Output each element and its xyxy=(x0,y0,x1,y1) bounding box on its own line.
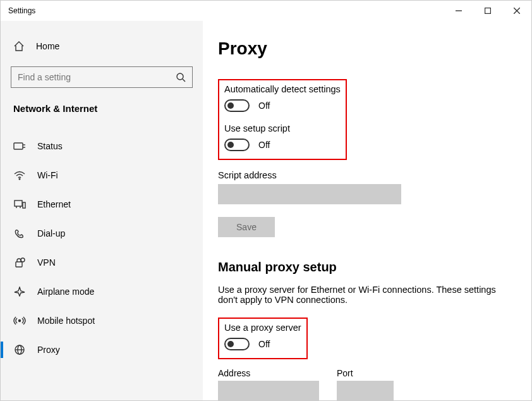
vpn-icon xyxy=(13,257,26,268)
sidebar-item-airplane[interactable]: Airplane mode xyxy=(11,277,193,306)
auto-detect-toggle[interactable] xyxy=(224,99,250,112)
script-address-input xyxy=(218,184,401,204)
sidebar-item-label: Airplane mode xyxy=(37,287,94,297)
window-controls xyxy=(444,1,531,21)
close-button[interactable] xyxy=(502,1,531,21)
home-label: Home xyxy=(36,41,59,51)
search-box[interactable] xyxy=(11,66,193,88)
svg-point-15 xyxy=(21,258,25,262)
use-proxy-label: Use a proxy server xyxy=(224,323,301,333)
svg-rect-1 xyxy=(485,8,491,14)
save-button: Save xyxy=(218,217,275,237)
svg-rect-6 xyxy=(14,143,23,149)
sidebar: Home Network & Internet Status Wi-Fi xyxy=(1,21,203,401)
sidebar-item-label: VPN xyxy=(37,257,56,268)
ethernet-icon xyxy=(13,199,26,209)
sidebar-item-label: Proxy xyxy=(37,345,60,355)
window-title: Settings xyxy=(8,6,35,15)
svg-rect-10 xyxy=(15,200,22,206)
port-input xyxy=(337,381,394,401)
sidebar-item-label: Status xyxy=(37,141,63,151)
highlight-auto-section: Automatically detect settings Off Use se… xyxy=(218,79,347,160)
maximize-icon xyxy=(485,8,491,14)
svg-rect-11 xyxy=(23,202,25,208)
use-proxy-toggle[interactable] xyxy=(224,338,250,350)
dialup-icon xyxy=(13,228,26,238)
titlebar: Settings xyxy=(1,1,531,21)
use-proxy-state: Off xyxy=(258,339,270,349)
auto-detect-label: Automatically detect settings xyxy=(224,84,341,94)
svg-point-4 xyxy=(177,73,183,80)
sidebar-item-label: Dial-up xyxy=(37,228,65,238)
sidebar-item-label: Wi-Fi xyxy=(37,170,58,180)
category-header: Network & Internet xyxy=(11,103,193,114)
proxy-icon xyxy=(13,345,26,355)
main-content: Proxy Automatically detect settings Off … xyxy=(203,21,531,401)
sidebar-item-status[interactable]: Status xyxy=(11,132,193,161)
svg-point-16 xyxy=(19,320,21,322)
wifi-icon xyxy=(13,170,26,180)
close-icon xyxy=(514,8,520,14)
page-title: Proxy xyxy=(218,39,516,59)
sidebar-item-vpn[interactable]: VPN xyxy=(11,248,193,277)
sidebar-item-hotspot[interactable]: Mobile hotspot xyxy=(11,306,193,335)
svg-point-9 xyxy=(19,178,20,180)
address-input xyxy=(218,381,319,401)
maximize-button[interactable] xyxy=(473,1,502,21)
highlight-proxy-section: Use a proxy server Off xyxy=(218,318,308,359)
sidebar-item-wifi[interactable]: Wi-Fi xyxy=(11,161,193,190)
sidebar-item-proxy[interactable]: Proxy xyxy=(11,335,193,364)
hotspot-icon xyxy=(13,316,26,326)
status-icon xyxy=(13,141,26,151)
home-icon xyxy=(13,40,25,52)
sidebar-item-ethernet[interactable]: Ethernet xyxy=(11,190,193,219)
search-input[interactable] xyxy=(18,72,176,82)
script-address-label: Script address xyxy=(218,170,516,180)
airplane-icon xyxy=(13,287,26,297)
setup-script-toggle[interactable] xyxy=(224,139,250,151)
setup-script-label: Use setup script xyxy=(224,123,341,133)
address-label: Address xyxy=(218,368,319,378)
manual-section-desc: Use a proxy server for Ethernet or Wi-Fi… xyxy=(218,285,496,305)
auto-detect-state: Off xyxy=(258,101,270,111)
sidebar-item-dialup[interactable]: Dial-up xyxy=(11,219,193,248)
minimize-icon xyxy=(456,8,462,14)
home-nav[interactable]: Home xyxy=(11,34,193,59)
sidebar-item-label: Mobile hotspot xyxy=(37,316,95,326)
setup-script-state: Off xyxy=(258,140,270,150)
search-icon xyxy=(176,72,186,82)
sidebar-item-label: Ethernet xyxy=(37,199,71,209)
svg-line-5 xyxy=(183,79,185,82)
manual-section-header: Manual proxy setup xyxy=(218,260,516,275)
svg-rect-14 xyxy=(16,262,22,267)
minimize-button[interactable] xyxy=(444,1,473,21)
port-label: Port xyxy=(337,368,394,378)
